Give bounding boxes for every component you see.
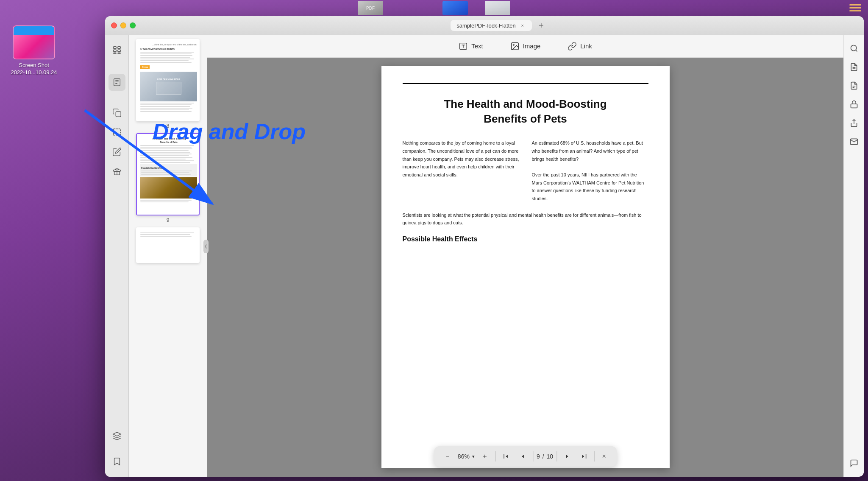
svg-rect-11 bbox=[114, 79, 120, 86]
zoom-out-button[interactable]: − bbox=[441, 450, 454, 463]
thumbnail-label-8: 8 bbox=[167, 123, 170, 129]
toolbar-link-label: Link bbox=[580, 42, 592, 50]
current-page-number[interactable]: 9 bbox=[537, 453, 540, 460]
column-right: An estimated 68% of U.S. households have… bbox=[532, 139, 648, 203]
title-bar: samplePDF-lock-Flatten × + bbox=[105, 16, 864, 35]
last-page-button[interactable] bbox=[577, 450, 591, 463]
zoom-level-display: 86% ▾ bbox=[458, 453, 475, 460]
main-content: Text Image Link bbox=[207, 35, 843, 477]
svg-rect-10 bbox=[117, 53, 120, 53]
column-left: Nothing compares to the joy of coming ho… bbox=[403, 139, 519, 203]
thumbnail-content-9: The Health and Mood-BoostingBenefits of … bbox=[137, 134, 200, 215]
nav-close-button[interactable]: × bbox=[598, 450, 610, 462]
svg-rect-7 bbox=[113, 50, 116, 52]
close-button[interactable] bbox=[111, 22, 117, 28]
maximize-button[interactable] bbox=[130, 22, 136, 28]
minimize-button[interactable] bbox=[120, 22, 126, 28]
share-button[interactable] bbox=[846, 115, 862, 131]
toolbar-text-label: Text bbox=[471, 42, 483, 50]
page-separator: / bbox=[542, 453, 544, 460]
svg-rect-1 bbox=[849, 7, 861, 8]
nav-divider-1 bbox=[495, 451, 495, 461]
svg-rect-15 bbox=[116, 112, 121, 117]
nav-divider-3 bbox=[556, 451, 557, 461]
svg-rect-9 bbox=[113, 53, 116, 53]
sidebar-icon-layers[interactable] bbox=[108, 428, 125, 445]
active-tab[interactable]: samplePDF-lock-Flatten × bbox=[451, 20, 531, 31]
page-full-text: Scientists are looking at what the poten… bbox=[403, 211, 648, 227]
tab-area: samplePDF-lock-Flatten × + bbox=[140, 20, 858, 31]
toolbar-link-button[interactable]: Link bbox=[562, 39, 597, 53]
page-section-title: Possible Health Effects bbox=[403, 235, 648, 243]
svg-rect-0 bbox=[849, 4, 861, 6]
window-body: ...of the line, or top or end of the lin… bbox=[105, 35, 864, 477]
right-sidebar bbox=[843, 35, 864, 477]
sidebar-icon-redact[interactable] bbox=[108, 143, 125, 160]
lock-button[interactable] bbox=[846, 97, 862, 112]
top-taskbar: PDF bbox=[0, 0, 868, 16]
desktop-icon-thumbnail bbox=[13, 25, 55, 59]
svg-rect-6 bbox=[117, 47, 120, 49]
next-page-button[interactable] bbox=[560, 450, 574, 463]
traffic-lights bbox=[111, 22, 136, 28]
toolbar-image-label: Image bbox=[523, 42, 541, 50]
document-button[interactable] bbox=[846, 59, 862, 75]
thumbnail-page-8[interactable]: ...of the line, or top or end of the lin… bbox=[132, 39, 203, 129]
zoom-percentage: 86% bbox=[458, 453, 470, 460]
toolbar: Text Image Link bbox=[207, 35, 843, 58]
sidebar-icon-crop[interactable] bbox=[108, 124, 125, 141]
total-page-number: 10 bbox=[547, 453, 554, 460]
nav-divider-2 bbox=[533, 451, 533, 461]
search-button[interactable] bbox=[846, 41, 862, 56]
svg-point-21 bbox=[513, 44, 514, 45]
page-input-line[interactable] bbox=[403, 83, 648, 84]
chat-button[interactable] bbox=[846, 456, 862, 471]
svg-rect-5 bbox=[113, 47, 116, 49]
new-tab-button[interactable]: + bbox=[535, 20, 547, 31]
pdf-content-area[interactable]: The Health and Mood-BoostingBenefits of … bbox=[207, 58, 843, 477]
svg-rect-8 bbox=[117, 50, 120, 52]
thumbnail-label-9: 9 bbox=[167, 217, 170, 223]
page-title: The Health and Mood-BoostingBenefits of … bbox=[403, 97, 648, 126]
thumbnail-page-9[interactable]: The Health and Mood-BoostingBenefits of … bbox=[132, 133, 203, 223]
zoom-dropdown-button[interactable]: ▾ bbox=[472, 454, 475, 459]
toolbar-text-button[interactable]: Text bbox=[453, 39, 488, 53]
thumbnail-img-8[interactable]: ...of the line, or top or end of the lin… bbox=[136, 39, 200, 121]
taskbar-thumb-3[interactable] bbox=[485, 1, 510, 15]
email-button[interactable] bbox=[846, 134, 862, 149]
desktop-icon[interactable]: Screen Shot 2022-10...10.09.24 bbox=[8, 25, 59, 76]
toolbar-image-button[interactable]: Image bbox=[505, 39, 546, 53]
first-page-button[interactable] bbox=[499, 450, 512, 463]
sidebar-icon-gift[interactable] bbox=[108, 163, 125, 180]
collapse-panel-handle[interactable] bbox=[203, 240, 209, 253]
image-icon bbox=[510, 42, 520, 51]
prev-page-button[interactable] bbox=[516, 450, 529, 463]
sidebar-icon-copy[interactable] bbox=[108, 104, 125, 121]
thumbnail-img-10[interactable] bbox=[136, 227, 200, 263]
sidebar-icon-pages[interactable] bbox=[108, 74, 125, 91]
zoom-in-button[interactable]: + bbox=[478, 450, 492, 463]
thumbnail-page-10-partial[interactable] bbox=[132, 227, 203, 263]
taskbar-thumb-1[interactable]: PDF bbox=[358, 1, 383, 15]
page-info: 9 / 10 bbox=[537, 453, 553, 460]
svg-rect-16 bbox=[113, 129, 120, 136]
svg-rect-2 bbox=[849, 10, 861, 11]
thumbnail-content-10 bbox=[137, 228, 200, 262]
col1-text: Nothing compares to the joy of coming ho… bbox=[403, 139, 519, 179]
taskbar-thumb-2[interactable] bbox=[442, 1, 468, 15]
sidebar-icon-thumbnails[interactable] bbox=[108, 42, 125, 59]
thumbnail-panel: ...of the line, or top or end of the lin… bbox=[129, 35, 207, 477]
link-icon bbox=[568, 42, 577, 51]
page-columns: Nothing compares to the joy of coming ho… bbox=[403, 139, 648, 203]
col2-text: An estimated 68% of U.S. households have… bbox=[532, 139, 648, 163]
svg-rect-25 bbox=[851, 104, 857, 108]
col2-text2: Over the past 10 years, NIH has partnere… bbox=[532, 171, 648, 203]
thumbnail-img-9[interactable]: The Health and Mood-BoostingBenefits of … bbox=[136, 133, 200, 215]
tab-title: samplePDF-lock-Flatten bbox=[456, 22, 515, 29]
thumbnail-content-8: ...of the line, or top or end of the lin… bbox=[137, 40, 200, 120]
sidebar-icon-bookmark[interactable] bbox=[108, 453, 125, 470]
tab-close-button[interactable]: × bbox=[519, 22, 526, 29]
svg-point-22 bbox=[851, 45, 856, 51]
pdf-export-button[interactable] bbox=[846, 78, 862, 93]
top-right-macos-icon bbox=[849, 3, 862, 14]
